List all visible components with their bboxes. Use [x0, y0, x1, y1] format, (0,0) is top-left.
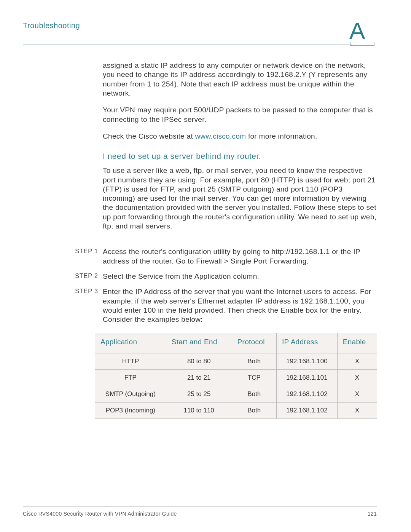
cell: 192.168.1.102: [276, 402, 337, 419]
step-item: STEP 1 Access the router's configuration…: [72, 247, 377, 266]
cell: 110 to 110: [166, 402, 232, 419]
text-run: for more information.: [246, 132, 317, 140]
section-title: Troubleshooting: [23, 21, 80, 30]
step-label: STEP 1: [72, 247, 103, 266]
paragraph: To use a server like a web, ftp, or mail…: [103, 166, 377, 231]
cell: SMTP (Outgoing): [95, 386, 166, 402]
col-protocol: Protocol: [232, 333, 276, 353]
paragraph: Your VPN may require port 500/UDP packet…: [103, 105, 377, 124]
cell: 21 to 21: [166, 369, 232, 386]
cell: 80 to 80: [166, 353, 232, 369]
content-area: assigned a static IP address to any comp…: [103, 61, 377, 419]
col-ip-address: IP Address: [276, 333, 337, 353]
table-header-row: Application Start and End Protocol IP Ad…: [95, 333, 377, 353]
table-row: POP3 (Incoming) 110 to 110 Both 192.168.…: [95, 402, 377, 419]
cell: X: [337, 369, 377, 386]
footer-doc-title: Cisco RVS4000 Security Router with VPN A…: [23, 511, 177, 517]
cell: X: [337, 353, 377, 369]
cell: FTP: [95, 369, 166, 386]
cell: 192.168.1.102: [276, 386, 337, 402]
appendix-letter: A: [349, 19, 374, 43]
port-forwarding-table: Application Start and End Protocol IP Ad…: [95, 333, 377, 419]
col-enable: Enable: [337, 333, 377, 353]
appendix-marker: A: [349, 19, 374, 46]
cell: 192.168.1.100: [276, 353, 337, 369]
table-row: SMTP (Outgoing) 25 to 25 Both 192.168.1.…: [95, 386, 377, 402]
step-item: STEP 2 Select the Service from the Appli…: [72, 272, 377, 281]
cell: 25 to 25: [166, 386, 232, 402]
footer-page-number: 121: [368, 511, 377, 517]
cell: X: [337, 386, 377, 402]
steps-separator: [72, 240, 377, 240]
cell: 192.168.1.101: [276, 369, 337, 386]
paragraph: Check the Cisco website at www.cisco.com…: [103, 132, 377, 141]
col-application: Application: [95, 333, 166, 353]
subheading: I need to set up a server behind my rout…: [103, 152, 377, 161]
text-run: Check the Cisco website at: [103, 132, 195, 140]
cell: POP3 (Incoming): [95, 402, 166, 419]
step-item: STEP 3 Enter the IP Address of the serve…: [72, 287, 377, 324]
cell: Both: [232, 386, 276, 402]
cell: Both: [232, 353, 276, 369]
cell: TCP: [232, 369, 276, 386]
table-row: HTTP 80 to 80 Both 192.168.1.100 X: [95, 353, 377, 369]
step-text: Enter the IP Address of the server that …: [103, 287, 377, 324]
header-rule: [23, 45, 352, 45]
table-row: FTP 21 to 21 TCP 192.168.1.101 X: [95, 369, 377, 386]
step-label: STEP 2: [72, 272, 103, 281]
col-start-end: Start and End: [166, 333, 232, 353]
step-text: Select the Service from the Application …: [103, 272, 377, 281]
page-footer: Cisco RVS4000 Security Router with VPN A…: [23, 506, 377, 517]
cell: Both: [232, 402, 276, 419]
step-label: STEP 3: [72, 287, 103, 324]
step-text: Access the router's configuration utilit…: [103, 247, 377, 266]
paragraph: assigned a static IP address to any comp…: [103, 61, 377, 98]
cell: X: [337, 402, 377, 419]
cisco-link[interactable]: www.cisco.com: [195, 132, 246, 140]
cell: HTTP: [95, 353, 166, 369]
